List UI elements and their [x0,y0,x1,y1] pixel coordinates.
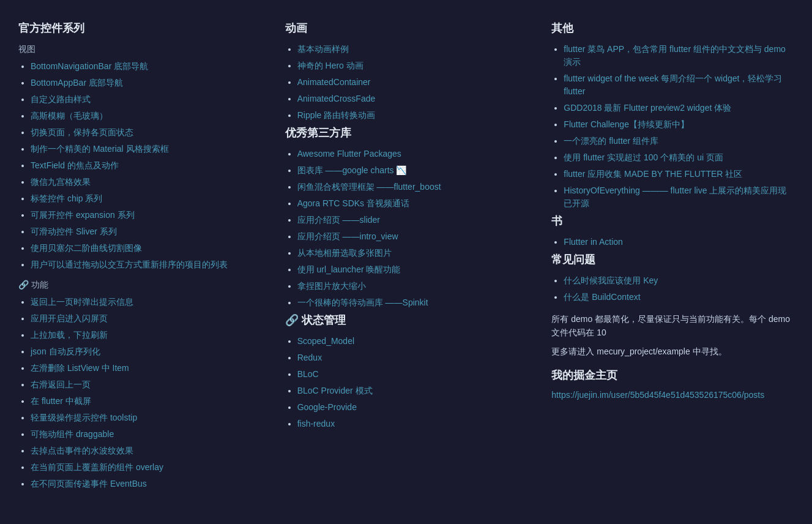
list-item[interactable]: BottomAppBar 底部导航 [31,77,261,89]
link-bottomnav[interactable]: BottomNavigationBar 底部导航 [31,61,148,71]
link-animated-container[interactable]: AnimatedContainer [297,77,371,87]
link-flutter-boost[interactable]: 闲鱼混合栈管理框架 ——flutter_boost [297,182,441,192]
juejin-link[interactable]: https://juejin.im/user/5b5d45f4e51d45352… [551,390,794,400]
link-swipe-back[interactable]: 右滑返回上一页 [31,380,91,389]
link-draggable[interactable]: 可拖动组件 draggable [31,429,114,439]
list-item[interactable]: GDD2018 最新 Flutter preview2 widget 体验 [564,102,794,114]
link-textfield[interactable]: TextField 的焦点及动作 [31,160,119,170]
link-awesome-packages[interactable]: Awesome Flutter Packages [297,149,401,159]
link-bottomappbar[interactable]: BottomAppBar 底部导航 [31,78,123,88]
list-item[interactable]: 基本动画样例 [297,43,527,56]
list-item[interactable]: flutter widget of the week 每周介绍一个 widget… [564,72,794,98]
link-intro-view[interactable]: 应用介绍页 ——intro_view [297,231,398,241]
list-item[interactable]: 可拖动组件 draggable [31,428,261,441]
link-history[interactable]: HistoryOfEverything ——— flutter live 上展示… [564,185,786,208]
list-item[interactable]: 制作一个精美的 Material 风格搜索框 [31,143,261,155]
link-100-ui[interactable]: 使用 flutter 实现超过 100 个精美的 ui 页面 [564,152,723,162]
link-bloc[interactable]: BLoC [297,369,319,379]
list-item[interactable]: 高斯模糊（毛玻璃） [31,110,261,122]
link-scoped-model[interactable]: Scoped_Model [297,336,354,346]
list-item[interactable]: 什么时候我应该使用 Key [564,274,794,287]
link-widget-week[interactable]: flutter widget of the week 每周介绍一个 widget… [564,73,782,96]
link-beautiful-ui[interactable]: 一个漂亮的 flutter 组件库 [564,136,658,146]
list-item[interactable]: 应用介绍页 ——intro_view [297,230,527,243]
list-item[interactable]: 一个漂亮的 flutter 组件库 [564,135,794,148]
list-item[interactable]: 微信九宫格效果 [31,176,261,189]
list-item[interactable]: Google-Provide [297,401,527,414]
link-splash[interactable]: 应用开启进入闪屏页 [31,313,108,323]
link-gdd2018[interactable]: GDD2018 最新 Flutter preview2 widget 体验 [564,103,731,113]
link-bezier[interactable]: 使用贝塞尔二阶曲线切割图像 [31,243,142,253]
link-google-charts[interactable]: 图表库 ——google charts 📉 [297,165,407,175]
link-flutter-collection[interactable]: flutter 应用收集 MADE BY THE FLUTTER 社区 [564,169,742,179]
list-item[interactable]: BLoC [297,368,527,381]
list-item[interactable]: Flutter in Action [564,236,794,249]
link-redux[interactable]: Redux [297,353,322,362]
link-overlay[interactable]: 在当前页面上覆盖新的组件 overlay [31,462,163,472]
link-google-provide[interactable]: Google-Provide [297,402,357,412]
list-item[interactable]: 上拉加载，下拉刷新 [31,329,261,342]
link-basic-anim[interactable]: 基本动画样例 [297,44,349,54]
link-rookie-app[interactable]: flutter 菜鸟 APP，包含常用 flutter 组件的中文文档与 dem… [564,44,786,67]
list-item[interactable]: BLoC Provider 模式 [297,384,527,397]
link-eventbus[interactable]: 在不同页面传递事件 EventBus [31,479,147,488]
list-item[interactable]: 应用介绍页 ——slider [297,214,527,226]
list-item[interactable]: Awesome Flutter Packages [297,148,527,160]
link-switch-page[interactable]: 切换页面，保持各页面状态 [31,127,133,137]
list-item[interactable]: fish-redux [297,417,527,430]
link-hero[interactable]: 神奇的 Hero 动画 [297,61,363,70]
list-item[interactable]: 用户可以通过拖动以交互方式重新排序的项目的列表 [31,258,261,271]
list-item[interactable]: 从本地相册选取多张图片 [297,247,527,260]
list-item[interactable]: AnimatedContainer [297,76,527,89]
list-item[interactable]: 在当前页面上覆盖新的组件 overlay [31,461,261,474]
list-item[interactable]: 在不同页面传递事件 EventBus [31,477,261,490]
list-item[interactable]: 在 flutter 中截屏 [31,395,261,408]
link-url-launcher[interactable]: 使用 url_launcher 唤醒功能 [297,264,401,274]
link-back-dialog[interactable]: 返回上一页时弹出提示信息 [31,297,133,307]
list-item[interactable]: 切换页面，保持各页面状态 [31,126,261,139]
list-item[interactable]: 图表库 ——google charts 📉 [297,164,527,177]
link-search[interactable]: 制作一个精美的 Material 风格搜索框 [31,144,169,154]
list-item[interactable]: 使用贝塞尔二阶曲线切割图像 [31,242,261,255]
list-item[interactable]: 可展开控件 expansion 系列 [31,209,261,222]
link-swipe-delete[interactable]: 左滑删除 ListView 中 Item [31,363,129,373]
list-item[interactable]: 闲鱼混合栈管理框架 ——flutter_boost [297,181,527,193]
list-item[interactable]: 使用 flutter 实现超过 100 个精美的 ui 页面 [564,151,794,164]
list-item[interactable]: 标签控件 chip 系列 [31,192,261,205]
link-custom-route[interactable]: 自定义路由样式 [31,94,91,104]
link-photo-picker[interactable]: 从本地相册选取多张图片 [297,248,392,258]
link-flutter-challenge[interactable]: Flutter Challenge【持续更新中】 [564,119,689,129]
list-item[interactable]: HistoryOfEverything ——— flutter live 上展示… [564,184,794,210]
link-reorder[interactable]: 用户可以通过拖动以交互方式重新排序的项目的列表 [31,260,228,269]
link-spinkit[interactable]: 一个很棒的等待动画库 ——Spinkit [297,298,428,307]
list-item[interactable]: 自定义路由样式 [31,93,261,106]
list-item[interactable]: 返回上一页时弹出提示信息 [31,296,261,309]
link-screenshot[interactable]: 在 flutter 中截屏 [31,396,91,406]
link-agora[interactable]: Agora RTC SDKs 音视频通话 [297,198,409,208]
list-item[interactable]: 什么是 BuildContext [564,291,794,304]
link-tooltip[interactable]: 轻量级操作提示控件 toolstip [31,413,137,422]
link-sliver[interactable]: 可滑动控件 Sliver 系列 [31,226,117,236]
link-when-key[interactable]: 什么时候我应该使用 Key [564,275,658,285]
list-item[interactable]: 左滑删除 ListView 中 Item [31,362,261,375]
list-item[interactable]: flutter 应用收集 MADE BY THE FLUTTER 社区 [564,168,794,181]
list-item[interactable]: 去掉点击事件的水波纹效果 [31,444,261,457]
link-blur[interactable]: 高斯模糊（毛玻璃） [31,111,108,121]
list-item[interactable]: Redux [297,351,527,364]
list-item[interactable]: Scoped_Model [297,335,527,348]
link-bloc-provider[interactable]: BLoC Provider 模式 [297,386,373,395]
list-item[interactable]: Flutter Challenge【持续更新中】 [564,118,794,131]
link-build-context[interactable]: 什么是 BuildContext [564,292,640,302]
link-slider-intro[interactable]: 应用介绍页 ——slider [297,215,380,225]
list-item[interactable]: 使用 url_launcher 唤醒功能 [297,263,527,276]
list-item[interactable]: TextField 的焦点及动作 [31,159,261,172]
link-ripple-remove[interactable]: 去掉点击事件的水波纹效果 [31,446,133,455]
list-item[interactable]: BottomNavigationBar 底部导航 [31,60,261,73]
link-json[interactable]: json 自动反序列化 [31,346,100,356]
link-animated-crossfade[interactable]: AnimatedCrossFade [297,94,376,103]
list-item[interactable]: 一个很棒的等待动画库 ——Spinkit [297,296,527,309]
list-item[interactable]: AnimatedCrossFade [297,92,527,105]
list-item[interactable]: 神奇的 Hero 动画 [297,59,527,72]
link-ripple-route[interactable]: Ripple 路由转换动画 [297,110,376,120]
link-fish-redux[interactable]: fish-redux [297,419,335,429]
